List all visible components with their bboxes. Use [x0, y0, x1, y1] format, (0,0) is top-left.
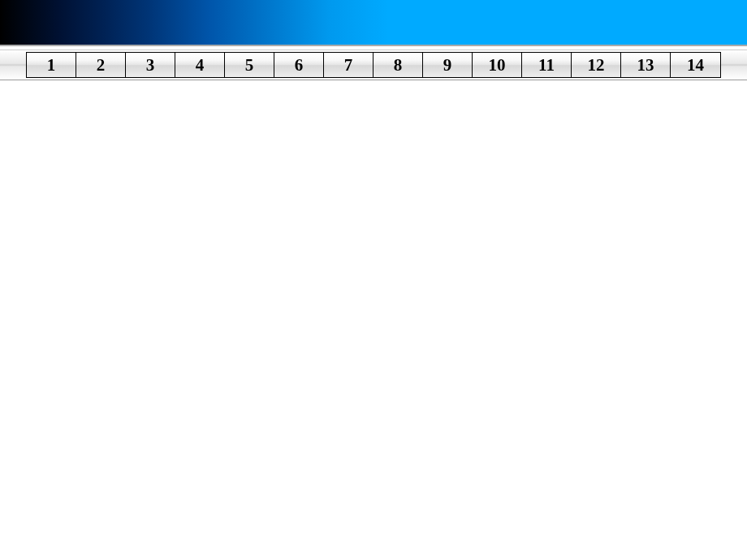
nav-button-11[interactable]: 11	[522, 53, 572, 77]
nav-button-9[interactable]: 9	[423, 53, 473, 77]
nav-button-2[interactable]: 2	[76, 53, 126, 77]
nav-button-5[interactable]: 5	[225, 53, 274, 77]
nav-button-4[interactable]: 4	[175, 53, 225, 77]
nav-button-8[interactable]: 8	[374, 53, 423, 77]
nav-button-10[interactable]: 10	[473, 53, 522, 77]
nav-button-13[interactable]: 13	[621, 53, 671, 77]
main-content-area	[0, 80, 747, 560]
nav-button-6[interactable]: 6	[274, 53, 324, 77]
navigation-bar: 1 2 3 4 5 6 7 8 9 10 11 12 13 14	[0, 50, 747, 80]
header-gradient-banner	[0, 0, 747, 45]
nav-button-14[interactable]: 14	[671, 53, 720, 77]
nav-button-3[interactable]: 3	[126, 53, 175, 77]
nav-buttons-group: 1 2 3 4 5 6 7 8 9 10 11 12 13 14	[26, 52, 721, 78]
nav-button-7[interactable]: 7	[324, 53, 374, 77]
nav-button-12[interactable]: 12	[572, 53, 621, 77]
nav-button-1[interactable]: 1	[27, 53, 76, 77]
